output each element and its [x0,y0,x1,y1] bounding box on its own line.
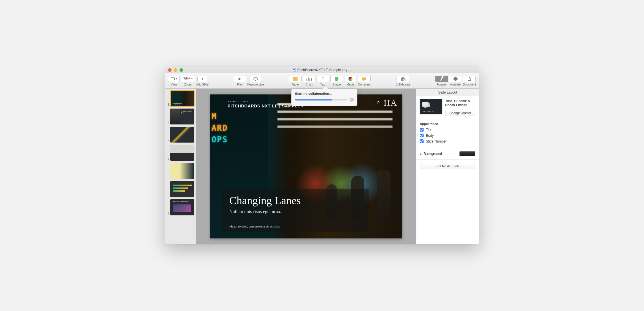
appearance-heading: Appearance [420,122,475,126]
table-icon [293,77,298,81]
comment-button[interactable] [358,76,371,82]
document-button[interactable] [463,76,476,82]
table-label: Table [292,83,299,86]
slide-thumbnail-4[interactable] [170,145,194,161]
thumb-row-4[interactable]: 4 [167,145,194,161]
inspector-header: Slide Layout [416,89,479,96]
thumb-row-2[interactable]: 2 The Story Arc in Brief [167,109,194,124]
format-label: Format [437,83,446,86]
thumb-row-6[interactable]: 6 [167,181,194,197]
layout-section: Lorem Ipsum Dolor Title, Subtitle & Phot… [416,96,479,119]
slide-subtitle[interactable]: Nullam quis risus eget urna. [229,209,361,214]
toolbar: ▾ View 75% ▾ Zoom + Add Slide Play [165,73,479,89]
neon-text-2: ARD [212,123,228,133]
checkbox-icon[interactable] [420,134,424,137]
zoom-button[interactable]: 75% ▾ [181,76,195,82]
canvas-area[interactable]: M ARD OPS PRODUCTION PITCHBOARDS NXT LE … [196,89,416,244]
change-master-button[interactable]: Change Master [445,110,475,116]
shape-icon [335,77,338,81]
play-label: Play [237,83,243,86]
shape-label: Shape [333,83,341,86]
slide-thumbnail-3[interactable] [170,127,194,143]
slidenum-checkbox-row[interactable]: Slide Number [420,139,475,143]
collaboration-popover: Starting collaboration… ✕ [291,89,357,106]
slide-thumbnail-1[interactable]: Changing Lanes Nullam quis risus eget ur… [170,90,194,106]
add-slide-button[interactable]: + [197,76,207,82]
slide-thumbnail-7[interactable]: There's Much, Much More [170,199,194,215]
format-button[interactable] [435,76,448,82]
thumb-row-1[interactable]: 1 Changing Lanes Nullam quis risus eget … [167,90,194,106]
window-title-group: PitchBoardsNXT-LE-Sample.key ⌄ [165,68,479,72]
keynote-live-item: Keynote Live [247,76,264,86]
comment-label: Comment [358,83,370,86]
cancel-collab-button[interactable]: ✕ [350,98,354,102]
collaborate-button[interactable] [397,76,409,82]
animate-button[interactable] [449,76,462,82]
chart-button[interactable] [303,76,315,82]
window-title: PitchBoardsNXT-LE-Sample.key [297,68,347,72]
checkbox-icon[interactable] [420,128,424,132]
add-slide-label: Add Slide [196,83,209,86]
document-label: Document [463,83,476,86]
thumb-row-5[interactable]: 5 [167,163,194,179]
zoom-label: Zoom [184,83,192,86]
credit-link[interactable]: Unsplash [270,225,281,228]
table-button[interactable] [289,76,302,82]
text-icon: T [322,77,324,81]
edit-master-slide-button[interactable]: Edit Master Slide [420,163,475,169]
caption-box[interactable]: Changing Lanes Nullam quis risus eget ur… [222,189,369,232]
neon-text-3: OPS [212,135,228,144]
body-checkbox-row[interactable]: Body [420,134,475,138]
chart-icon [306,77,312,81]
document-icon [293,68,296,72]
background-section[interactable]: ▶Background [416,148,479,160]
animate-icon [453,76,458,81]
progress-wrap: ✕ [295,98,354,102]
view-icon [171,77,175,80]
slide-thumbnail-6[interactable] [170,181,194,197]
view-label: View [171,83,177,86]
keynote-live-button[interactable] [249,76,262,82]
play-icon [239,77,241,80]
collab-status-text: Starting collaboration… [295,92,354,95]
shape-button[interactable] [330,76,343,82]
thumbnail-pane[interactable]: 1 Changing Lanes Nullam quis risus eget … [165,89,196,244]
play-button[interactable] [234,76,246,82]
slide-thumbnail-5[interactable] [170,163,194,179]
document-pane-icon [468,77,471,81]
slide-title[interactable]: Changing Lanes [229,194,361,207]
slide-canvas[interactable]: M ARD OPS PRODUCTION PITCHBOARDS NXT LE … [210,94,402,238]
thumb-row-3[interactable]: 3 [167,127,194,143]
screen-icon [254,77,258,80]
plus-icon: + [201,77,204,81]
inspector-pane: Slide Layout Lorem Ipsum Dolor Title, Su… [416,89,479,244]
background-swatch[interactable] [459,151,475,156]
title-checkbox-row[interactable]: Title [420,128,475,132]
view-item: ▾ View [168,76,180,86]
text-label: Text [320,83,325,86]
background-label: Background [424,152,442,156]
play-item: Play [234,76,246,86]
collaborate-label: Collaborate [396,83,410,86]
checkbox-icon[interactable] [420,139,424,143]
app-window: PitchBoardsNXT-LE-Sample.key ⌄ ▾ View 75… [165,67,479,244]
disclosure-triangle-icon[interactable]: ▶ [420,153,422,156]
thumb-row-7[interactable]: 7 There's Much, Much More [167,199,194,215]
media-button[interactable] [344,76,357,82]
text-button[interactable]: T [317,76,329,82]
zoom-value: 75% [183,77,190,81]
photo-credit[interactable]: Photo: Untitled, Osman Rana via Unsplash [229,225,281,228]
collaborate-icon [401,77,405,81]
chevron-down-icon: ▾ [176,77,177,80]
title-dropdown-chevron-icon[interactable]: ⌄ [349,69,351,71]
titlebar: PitchBoardsNXT-LE-Sample.key ⌄ [165,67,479,73]
media-label: Media [346,83,354,86]
slide-thumbnail-2[interactable]: The Story Arc in Brief [170,109,194,124]
master-thumbnail: Lorem Ipsum Dolor [420,99,442,114]
slide-overline[interactable]: PRODUCTION [228,100,249,103]
view-button[interactable]: ▾ [168,76,180,82]
progress-fill [295,99,332,100]
comment-icon [362,77,366,80]
thumb-num: 1 [167,103,169,106]
layout-name: Title, Subtitle & Photo Embed [445,99,475,107]
